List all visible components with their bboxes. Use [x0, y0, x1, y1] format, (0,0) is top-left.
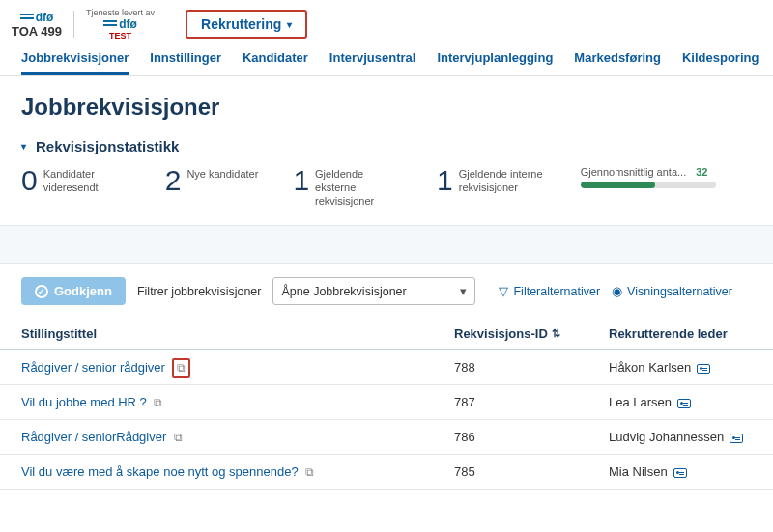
requisition-link[interactable]: Rådgiver / senior rådgiver — [21, 360, 165, 375]
approve-button[interactable]: ✓ Godkjenn — [21, 277, 126, 305]
contact-card-icon[interactable] — [673, 468, 687, 478]
table-row: Vil du være med å skape noe nytt og spen… — [0, 455, 773, 490]
nav-tab[interactable]: Kildesporing — [682, 50, 759, 75]
filter-select[interactable]: Åpne Jobbrekvisisjoner ▾ — [272, 277, 475, 305]
nav-tab[interactable]: Innstillinger — [150, 50, 221, 75]
filter-label: Filtrer jobbrekvisisjoner — [137, 285, 262, 298]
cell-title: Vil du være med å skape noe nytt og spen… — [0, 455, 433, 490]
brand-secondary: Tjeneste levert av dfø TEST — [86, 8, 155, 41]
cell-title: Rådgiver / senior rådgiver ⧉ — [0, 350, 433, 385]
view-options-link[interactable]: ◉ Visningsalternativer — [612, 284, 732, 298]
approve-label: Godkjenn — [54, 284, 112, 298]
cell-id: 788 — [433, 350, 587, 385]
divider-band — [0, 225, 773, 264]
contact-card-icon[interactable] — [730, 434, 743, 443]
copy-icon[interactable]: ⧉ — [172, 358, 190, 378]
cell-id: 786 — [433, 420, 587, 455]
nav-tabs: JobbrekvisisjonerInnstillingerKandidater… — [0, 44, 773, 76]
stat-value: 2 — [165, 166, 182, 195]
module-dropdown-highlight: Rekruttering ▾ — [186, 10, 307, 39]
module-dropdown-label: Rekruttering — [201, 16, 281, 32]
requisition-link[interactable]: Rådgiver / seniorRådgiver — [21, 430, 166, 444]
cell-manager: Ludvig Johannessen — [587, 420, 773, 455]
filter-select-value: Åpne Jobbrekvisisjoner — [281, 285, 406, 298]
contact-card-icon[interactable] — [697, 364, 710, 374]
nav-tab[interactable]: Intervjuplanlegging — [437, 50, 553, 75]
cell-id: 785 — [433, 455, 587, 490]
stat-value: 1 — [437, 166, 453, 195]
chevron-down-icon: ▾ — [460, 284, 467, 298]
stat-avg-value: 32 — [696, 166, 707, 178]
cell-title: Vil du jobbe med HR ? ⧉ — [0, 385, 433, 420]
cell-manager: Håkon Karlsen — [587, 350, 773, 385]
table-row: Rådgiver / senior rådgiver ⧉788Håkon Kar… — [0, 350, 773, 385]
chevron-down-icon: ▾ — [287, 19, 292, 30]
toolbar: ✓ Godkjenn Filtrer jobbrekvisisjoner Åpn… — [0, 264, 773, 319]
copy-icon[interactable]: ⧉ — [305, 465, 314, 479]
stat-avg-label: Gjennomsnittlig anta... — [581, 166, 686, 178]
copy-icon[interactable]: ⧉ — [174, 431, 183, 444]
chevron-down-icon: ▾ — [21, 141, 26, 152]
stats-section: ▾ Rekvisisjonstatistikk 0Kandidater vide… — [0, 134, 773, 225]
page-title: Jobbrekvisisjoner — [0, 76, 773, 134]
logo-lines-icon — [103, 20, 117, 28]
col-id[interactable]: Rekvisisjons-ID⇅ — [433, 319, 587, 350]
cell-manager: Lea Larsen — [587, 385, 773, 420]
nav-tab[interactable]: Markedsføring — [574, 50, 661, 75]
stat-item: 1Gjeldende interne rekvisisjoner — [437, 166, 546, 195]
stat-item: 2Nye kandidater — [165, 166, 259, 195]
check-circle-icon: ✓ — [35, 285, 48, 298]
stat-average: Gjennomsnittlig anta...32 — [581, 166, 716, 188]
cell-manager: Mia Nilsen — [587, 455, 773, 490]
funnel-icon: ▽ — [499, 284, 508, 298]
copy-icon[interactable]: ⧉ — [154, 396, 162, 409]
requisitions-table: Stillingstittel Rekvisisjons-ID⇅ Rekrutt… — [0, 319, 773, 490]
stat-item: 0Kandidater videresendt — [21, 166, 130, 195]
stat-label: Nye kandidater — [186, 166, 258, 182]
col-title[interactable]: Stillingstittel — [0, 319, 433, 350]
table-row: Vil du jobbe med HR ? ⧉787Lea Larsen — [0, 385, 773, 420]
cell-title: Rådgiver / seniorRådgiver ⧉ — [0, 420, 433, 455]
brand-primary: dfø TOA 499 — [12, 11, 62, 39]
stat-value: 0 — [21, 166, 38, 195]
stats-row: 0Kandidater videresendt2Nye kandidater1G… — [21, 166, 752, 208]
stats-heading: Rekvisisjonstatistikk — [36, 138, 179, 154]
stat-label: Gjeldende eksterne rekvisisjoner — [315, 166, 402, 208]
stats-toggle[interactable]: ▾ Rekvisisjonstatistikk — [21, 138, 752, 154]
nav-tab[interactable]: Kandidater — [243, 50, 308, 75]
sort-icon: ⇅ — [552, 327, 560, 340]
eye-icon: ◉ — [612, 284, 622, 298]
app-header: dfø TOA 499 Tjeneste levert av dfø TEST … — [0, 0, 773, 44]
stat-label: Gjeldende interne rekvisisjoner — [459, 166, 546, 195]
nav-tab[interactable]: Jobbrekvisisjoner — [21, 50, 129, 75]
table-row: Rådgiver / seniorRådgiver ⧉786Ludvig Joh… — [0, 420, 773, 455]
cell-id: 787 — [433, 385, 587, 420]
progress-bar — [581, 182, 716, 188]
filter-options-link[interactable]: ▽ Filteralternativer — [499, 284, 600, 298]
requisition-link[interactable]: Vil du være med å skape noe nytt og spen… — [21, 464, 299, 479]
module-dropdown[interactable]: Rekruttering ▾ — [201, 16, 292, 32]
requisition-link[interactable]: Vil du jobbe med HR ? — [21, 395, 147, 409]
stat-value: 1 — [293, 166, 309, 195]
separator — [73, 11, 74, 38]
nav-tab[interactable]: Intervjusentral — [329, 50, 416, 75]
contact-card-icon[interactable] — [677, 399, 691, 408]
stat-label: Kandidater videresendt — [43, 166, 130, 195]
stat-item: 1Gjeldende eksterne rekvisisjoner — [293, 166, 402, 208]
logo-lines-icon — [20, 14, 34, 21]
col-manager[interactable]: Rekrutterende leder — [587, 319, 773, 350]
